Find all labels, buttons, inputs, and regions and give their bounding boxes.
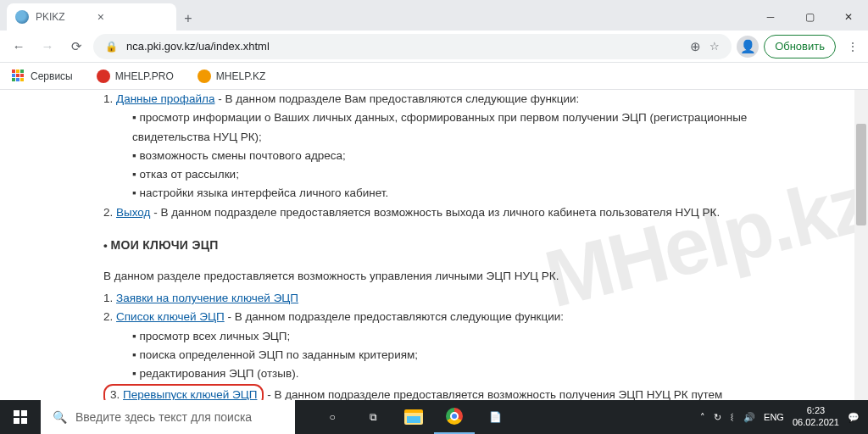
- task-view-button[interactable]: ⧉: [353, 400, 393, 434]
- svg-rect-3: [21, 418, 27, 424]
- list-item: просмотр информации о Ваших личных данны…: [132, 108, 804, 147]
- section-intro: В данном разделе предоставляется возможн…: [103, 267, 804, 286]
- bookmarks-bar: Сервисы MHELP.PRO MHELP.KZ: [0, 63, 868, 90]
- apps-shortcut[interactable]: Сервисы: [7, 66, 78, 86]
- taskbar-clock[interactable]: 6:23 06.02.2021: [793, 405, 839, 429]
- page-viewport: MHelp.kz 1. Данные профайла - В данном п…: [0, 90, 868, 403]
- window-controls: ─ ▢ ✕: [751, 3, 868, 31]
- volume-icon[interactable]: 🔊: [743, 412, 755, 423]
- key-list-functions: просмотр всех личных ЭЦП; поиска определ…: [103, 327, 804, 384]
- bookmark-favicon: [198, 70, 211, 83]
- chrome-icon: [446, 408, 463, 425]
- address-bar[interactable]: 🔒 nca.pki.gov.kz/ua/index.xhtml ⊕ ☆: [93, 34, 732, 59]
- explorer-icon: [404, 409, 423, 425]
- search-placeholder: Введите здесь текст для поиска: [75, 410, 252, 424]
- scrollbar-thumb[interactable]: [856, 124, 866, 225]
- start-button[interactable]: [0, 400, 41, 434]
- system-tray: ˄ ↻ ⧙ 🔊 ENG 6:23 06.02.2021 💬: [700, 405, 868, 429]
- tab-close-icon[interactable]: ×: [97, 10, 104, 24]
- section-title: МОИ КЛЮЧИ ЭЦП: [110, 236, 218, 255]
- profile-data-link[interactable]: Данные профайла: [116, 92, 214, 105]
- bookmark-star-icon[interactable]: ☆: [709, 40, 720, 53]
- list-item: настройки языка интерфейса личного кабин…: [132, 184, 804, 203]
- taskbar-search[interactable]: 🔍 Введите здесь текст для поиска: [41, 400, 295, 434]
- tab-title: PKIKZ: [36, 11, 65, 23]
- svg-rect-1: [21, 410, 27, 416]
- vertical-scrollbar[interactable]: [854, 90, 868, 403]
- window-titlebar: PKIKZ × + ─ ▢ ✕: [0, 0, 868, 31]
- bookmark-mhelp-pro[interactable]: MHELP.PRO: [92, 66, 179, 86]
- exit-link[interactable]: Выход: [116, 206, 150, 219]
- maximize-button[interactable]: ▢: [790, 3, 829, 31]
- bookmark-mhelp-kz[interactable]: MHELP.KZ: [192, 66, 270, 86]
- svg-rect-0: [14, 410, 19, 416]
- key-list-link[interactable]: Список ключей ЭЦП: [116, 310, 225, 323]
- wifi-icon[interactable]: ⧙: [730, 412, 735, 422]
- browser-menu-icon[interactable]: ⋮: [848, 36, 858, 58]
- close-window-button[interactable]: ✕: [829, 3, 868, 31]
- search-icon: 🔍: [53, 410, 67, 424]
- notepad-button[interactable]: 📄: [475, 400, 515, 434]
- minimize-button[interactable]: ─: [751, 3, 790, 31]
- list-item: редактирования ЭЦП (отзыв).: [132, 364, 804, 383]
- bookmark-favicon: [97, 70, 110, 83]
- svg-rect-2: [14, 418, 19, 424]
- list-item: просмотр всех личных ЭЦП;: [132, 327, 804, 346]
- reload-button[interactable]: ⟳: [64, 35, 88, 58]
- apps-icon: [12, 70, 25, 83]
- sync-icon[interactable]: ↻: [714, 412, 721, 423]
- tab-favicon: [15, 10, 29, 24]
- lock-icon: 🔒: [105, 41, 118, 53]
- update-button[interactable]: Обновить: [764, 35, 836, 58]
- profile-functions-list: просмотр информации о Ваших личных данны…: [103, 108, 804, 203]
- forward-button[interactable]: →: [36, 35, 59, 58]
- language-indicator[interactable]: ENG: [764, 412, 784, 422]
- tray-up-icon[interactable]: ˄: [700, 412, 705, 423]
- list-item: отказ от рассылки;: [132, 165, 804, 184]
- cortana-button[interactable]: ○: [312, 400, 353, 434]
- url-text: nca.pki.gov.kz/ua/index.xhtml: [126, 40, 270, 53]
- zoom-icon[interactable]: ⊕: [690, 39, 701, 54]
- reissue-keys-link[interactable]: Перевыпуск ключей ЭЦП: [123, 388, 257, 401]
- page-content: MHelp.kz 1. Данные профайла - В данном п…: [31, 90, 837, 403]
- request-keys-link[interactable]: Заявки на получение ключей ЭЦП: [116, 292, 298, 304]
- windows-taskbar: 🔍 Введите здесь текст для поиска ○ ⧉ 📄 ˄…: [0, 400, 868, 434]
- new-tab-button[interactable]: +: [176, 7, 200, 31]
- section-bullet: МОИ КЛЮЧИ ЭЦП: [98, 222, 804, 267]
- list-item: поиска определенной ЭЦП по заданным крит…: [132, 346, 804, 364]
- list-item: возможность смены почтового адреса;: [132, 147, 804, 165]
- profile-avatar[interactable]: 👤: [737, 36, 759, 58]
- chrome-taskbar-button[interactable]: [434, 400, 475, 434]
- browser-tab[interactable]: PKIKZ ×: [7, 3, 176, 31]
- file-explorer-button[interactable]: [393, 400, 434, 434]
- browser-toolbar: ← → ⟳ 🔒 nca.pki.gov.kz/ua/index.xhtml ⊕ …: [0, 31, 868, 63]
- notifications-icon[interactable]: 💬: [848, 412, 860, 423]
- back-button[interactable]: ←: [7, 35, 31, 58]
